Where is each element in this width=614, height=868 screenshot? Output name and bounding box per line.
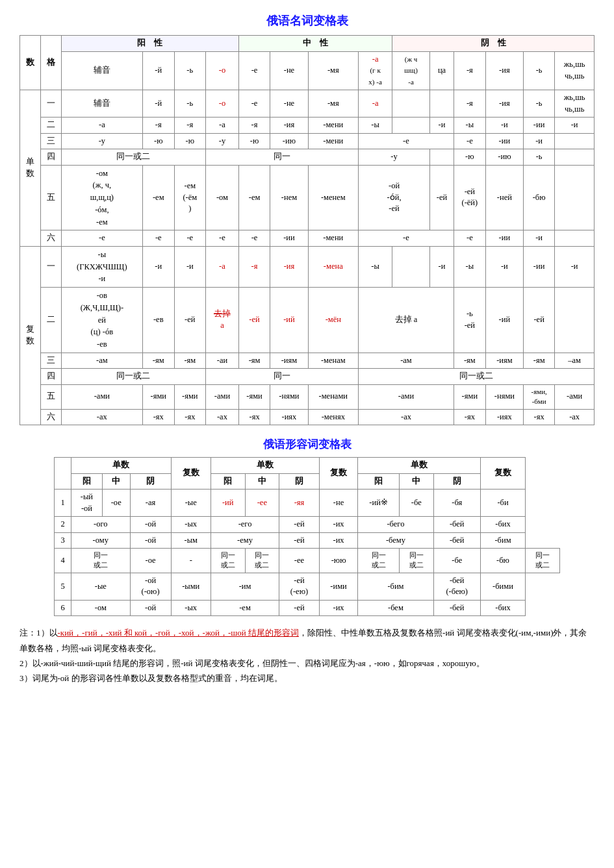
- page-title: 俄语名词变格表: [19, 13, 595, 29]
- a4c4: 同一或二: [211, 549, 245, 573]
- a4c7: -юю: [319, 549, 357, 573]
- adj-zhong1: 中: [102, 473, 130, 490]
- a4c12: 同一或二: [526, 549, 560, 573]
- a3c2: -ой: [130, 532, 171, 549]
- yin-col-d: -я: [454, 51, 485, 90]
- a3c5: -ей: [279, 532, 320, 549]
- y5c3: -ем(-ём): [174, 165, 206, 230]
- a6c1: -ом: [71, 600, 130, 616]
- adj-zhong2: 中: [245, 473, 279, 490]
- f2c5: -ей: [238, 288, 270, 353]
- f1c1: -ы(ГКХЖЧШЩ)-и: [61, 246, 142, 287]
- f5c6: -нями: [270, 384, 308, 409]
- f5cf: -ями,-бми: [524, 384, 555, 409]
- note1-underline: -кий，-гий，-хий 和 кой，-гой，-хой，-жой，-шой…: [58, 628, 300, 638]
- a5c3: -ыми: [171, 573, 211, 600]
- a4c9: 同一或二: [400, 549, 434, 573]
- note3: 3）词尾为-ой 的形容词各性单数以及复数各格型式的重音，均在词尾。: [19, 671, 595, 686]
- y1cd: -я: [454, 90, 485, 118]
- a4c8: 同一或二: [358, 549, 400, 573]
- f4ge: 四: [40, 369, 61, 385]
- f2ca: 去掉 а: [359, 288, 454, 353]
- f6c7: -менях: [308, 409, 358, 425]
- fu-shu: 复数: [20, 246, 41, 425]
- notes-section: 注：1）以-кий，-гий，-хий 和 кой，-гой，-хой，-жой…: [19, 625, 595, 686]
- f5ca: -ами: [359, 384, 454, 409]
- adj-table: 单数 复数 单数 复数 单数 复数 阳 中 阴 阳 中 阴 阳 中 阴 1 -ы…: [54, 457, 560, 616]
- a2c5: -ей: [279, 517, 320, 533]
- y6cd: -е: [454, 230, 485, 247]
- a1c2: -ое: [102, 490, 130, 517]
- a1c10: -бе: [400, 490, 434, 517]
- f1cd: -ы: [454, 246, 485, 287]
- a5c8: -бей(-бею): [433, 573, 480, 600]
- a5c4: -им: [211, 573, 279, 600]
- y2c4: -а: [206, 118, 239, 134]
- adj-ge1: 1: [55, 490, 71, 517]
- adj-fushu1: 复数: [171, 458, 211, 490]
- f6c1: -ах: [61, 409, 142, 425]
- y3c1: -у: [61, 133, 142, 149]
- yang-col4: -о: [206, 51, 239, 90]
- adj-ge6: 6: [55, 600, 71, 616]
- y1cg: жь,шьчь,шь: [555, 90, 595, 118]
- a6c7: -бем: [358, 600, 433, 616]
- adj-case-header: [55, 458, 71, 490]
- f1ge: 一: [40, 246, 61, 287]
- f3cg: –ам: [555, 353, 595, 369]
- y3c4: -у: [206, 133, 239, 149]
- zhong-col2: -не: [270, 51, 308, 90]
- a1c12: -би: [480, 490, 525, 517]
- a1c5: -ий: [211, 490, 245, 517]
- ge-6: 六: [40, 230, 61, 247]
- a4c5: 同一或二: [245, 549, 279, 573]
- y6c2: -е: [142, 230, 174, 247]
- y6c1: -е: [61, 230, 142, 247]
- a3c3: -ым: [171, 532, 211, 549]
- a4c1: 同一或二: [71, 549, 130, 573]
- f1c2: -и: [142, 246, 174, 287]
- a1c1: -ый-ой: [71, 490, 102, 517]
- y5cd: -ей(-ёй): [454, 165, 485, 230]
- a1c4: -ые: [171, 490, 211, 517]
- a2c6: -их: [319, 517, 357, 533]
- f2c2: -ев: [142, 288, 174, 353]
- f5ce: -нями: [485, 384, 523, 409]
- adj-danshu1: 单数: [71, 458, 171, 474]
- y2c6: -ия: [270, 118, 308, 134]
- f6ca: -ах: [359, 409, 454, 425]
- y3c3: -ю: [174, 133, 206, 149]
- y3cd: -е: [454, 133, 485, 149]
- adj-ge4: 4: [55, 549, 71, 573]
- y2ce: -и: [485, 118, 523, 134]
- y4cd: -ю: [454, 149, 485, 166]
- a3c9: -бим: [480, 532, 525, 549]
- a1c7: -яя: [279, 490, 320, 517]
- a3c6: -их: [319, 532, 357, 549]
- y4ce: -ию: [485, 149, 523, 166]
- y5c5: -ем: [238, 165, 270, 230]
- y6cg: [555, 230, 595, 247]
- y6c7: -мени: [308, 230, 358, 247]
- f5c3: -ями: [174, 384, 206, 409]
- header-yin: 阴 性: [392, 36, 595, 52]
- f4c1: 同一或二: [61, 369, 205, 385]
- f2ge: 二: [40, 288, 61, 353]
- f1c4: -a: [206, 246, 239, 287]
- y6c4: -е: [206, 230, 239, 247]
- f3c7: -менам: [308, 353, 358, 369]
- f4ca: 同一或二: [359, 369, 595, 385]
- y3c7: -мени: [308, 133, 358, 149]
- dan-shu: 单数: [20, 90, 41, 247]
- yang-col2: -й: [142, 51, 174, 90]
- f3c3: -ям: [174, 353, 206, 369]
- ge-1: 一: [40, 90, 61, 118]
- y3c6: -ию: [270, 133, 308, 149]
- adj-zhong3: 中: [400, 473, 434, 490]
- y5c7: -менем: [308, 165, 358, 230]
- yang-col1: 辅音: [61, 51, 142, 90]
- a3c7: -бему: [358, 532, 433, 549]
- y2cg: -и: [555, 118, 595, 134]
- f1cc: -и: [430, 246, 454, 287]
- a2c9: -бих: [480, 517, 525, 533]
